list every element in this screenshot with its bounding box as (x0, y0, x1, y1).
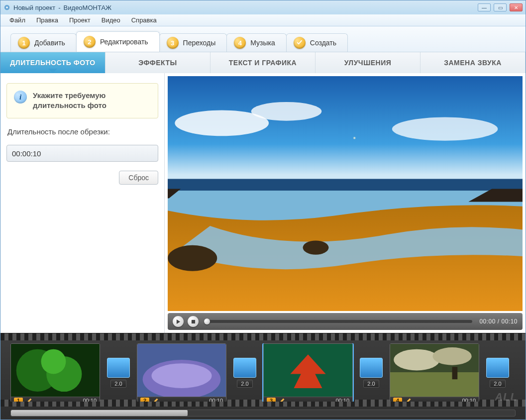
transition-item[interactable]: 2.0 (107, 358, 130, 388)
workspace: ДЛИТЕЛЬНОСТЬ ФОТО ЭФФЕКТЫ ТЕКСТ И ГРАФИК… (0, 52, 526, 333)
svg-point-14 (41, 349, 66, 374)
clip-thumbnail (137, 344, 226, 397)
info-icon: i (14, 91, 27, 104)
timeline: 1 00:10 2.0 2 00:10 (0, 333, 526, 420)
preview-stage (168, 76, 523, 311)
tab-create[interactable]: Создать (286, 33, 348, 52)
transition-thumbnail (107, 358, 130, 378)
transition-duration: 2.0 (363, 380, 379, 388)
tab-edit-label: Редактировать (100, 38, 148, 46)
tab-music[interactable]: 4 Музыка (226, 33, 287, 52)
close-button[interactable]: ✕ (510, 3, 523, 11)
svg-point-6 (341, 131, 367, 157)
clip-thumbnail (264, 344, 352, 397)
seek-thumb[interactable] (204, 318, 210, 324)
duration-input[interactable]: 00:00:10 (6, 145, 158, 162)
hint-box: i Укажите требуемую длительность фото (6, 83, 158, 118)
clip-thumbnail (11, 344, 100, 397)
transition-item[interactable]: 2.0 (233, 358, 256, 388)
clip-number: 2 (140, 398, 149, 402)
clip-number: 1 (14, 398, 23, 402)
tab-create-label: Создать (310, 39, 336, 47)
svg-point-4 (251, 102, 322, 121)
svg-rect-23 (452, 367, 458, 379)
tab-transitions-label: Переходы (183, 39, 216, 47)
settings-pane: i Укажите требуемую длительность фото Дл… (0, 73, 165, 333)
transition-item[interactable]: 2.0 (486, 358, 509, 388)
svg-point-22 (432, 347, 471, 365)
svg-point-5 (392, 117, 498, 141)
clip-duration: 00:10 (209, 398, 223, 402)
subtab-duration[interactable]: ДЛИТЕЛЬНОСТЬ ФОТО (0, 52, 105, 73)
pencil-icon[interactable] (405, 397, 412, 402)
main-tabs-container: 1 Добавить 2 Редактировать 3 Переходы 4 … (0, 26, 526, 52)
transition-duration: 2.0 (490, 380, 505, 388)
svg-point-17 (151, 363, 211, 388)
titlebar: Новый проект - ВидеоМОНТАЖ — ▭ ✕ (0, 0, 526, 14)
transition-thumbnail (360, 358, 383, 378)
step-number-icon: 2 (84, 36, 96, 48)
sub-tabs: ДЛИТЕЛЬНОСТЬ ФОТО ЭФФЕКТЫ ТЕКСТ И ГРАФИК… (0, 52, 526, 73)
window-title-sep: - (58, 4, 60, 11)
pencil-icon[interactable] (279, 397, 286, 402)
timeline-scrollbar[interactable] (10, 410, 516, 417)
seek-slider[interactable] (206, 320, 472, 323)
tab-transitions[interactable]: 3 Переходы (159, 33, 227, 52)
clip-item[interactable]: 2 00:10 (137, 343, 226, 402)
clip-track: 1 00:10 2.0 2 00:10 (10, 343, 516, 402)
duration-label: Длительность после обрезки: (7, 127, 158, 136)
transition-duration: 2.0 (110, 380, 126, 388)
timeline-scrollbar-thumb[interactable] (11, 410, 188, 416)
reset-button[interactable]: Сброс (119, 171, 158, 185)
svg-point-21 (394, 349, 440, 370)
preview-image (168, 76, 523, 311)
step-number-icon: 4 (234, 37, 246, 49)
pencil-icon[interactable] (152, 397, 159, 402)
pencil-icon[interactable] (26, 397, 33, 402)
menu-project[interactable]: Проект (64, 15, 96, 25)
tab-edit[interactable]: 2 Редактировать (76, 31, 160, 52)
film-perforation (0, 333, 526, 340)
transition-thumbnail (233, 358, 256, 378)
svg-point-9 (303, 240, 329, 254)
tab-add[interactable]: 1 Добавить (10, 33, 77, 52)
play-button[interactable] (173, 316, 184, 327)
menu-video[interactable]: Видео (97, 15, 125, 25)
checkmark-icon (294, 37, 306, 49)
svg-rect-7 (168, 179, 523, 191)
clip-number: 4 (393, 398, 402, 402)
preview-pane: 00:00 / 00:10 (165, 73, 526, 333)
hint-text: Укажите требуемую длительность фото (33, 91, 106, 111)
clip-duration: 00:10 (83, 398, 97, 402)
transition-duration: 2.0 (237, 380, 252, 388)
menu-edit[interactable]: Правка (31, 15, 63, 25)
menu-file[interactable]: Файл (4, 15, 30, 25)
clip-item[interactable]: 4 00:10 (390, 343, 479, 402)
menubar: Файл Правка Проект Видео Справка (0, 14, 526, 26)
step-number-icon: 3 (167, 37, 179, 49)
window-title-project: Новый проект (13, 4, 55, 11)
clip-number: 3 (267, 398, 276, 402)
transition-item[interactable]: 2.0 (360, 358, 383, 388)
svg-rect-10 (191, 319, 195, 323)
clip-duration: 00:10 (335, 398, 349, 402)
maximize-button[interactable]: ▭ (494, 3, 507, 11)
clip-item[interactable]: 3 00:10 (263, 343, 353, 402)
subtab-audio-replace[interactable]: ЗАМЕНА ЗВУКА (421, 52, 526, 73)
clip-item[interactable]: 1 00:10 (10, 343, 100, 402)
clip-duration: 00:10 (462, 398, 476, 402)
app-icon (3, 4, 10, 11)
subtab-effects[interactable]: ЭФФЕКТЫ (105, 52, 210, 73)
player-bar: 00:00 / 00:10 (168, 313, 523, 330)
transition-thumbnail (486, 358, 509, 378)
time-readout: 00:00 / 00:10 (479, 318, 518, 325)
subtab-text-graphics[interactable]: ТЕКСТ И ГРАФИКА (210, 52, 316, 73)
subtab-improvements[interactable]: УЛУЧШЕНИЯ (316, 52, 421, 73)
tab-add-label: Добавить (34, 39, 65, 47)
svg-rect-20 (390, 372, 479, 397)
menu-help[interactable]: Справка (126, 15, 162, 25)
stop-button[interactable] (188, 316, 199, 327)
minimize-button[interactable]: — (478, 3, 491, 11)
step-number-icon: 1 (18, 37, 30, 49)
clip-thumbnail (390, 344, 479, 397)
